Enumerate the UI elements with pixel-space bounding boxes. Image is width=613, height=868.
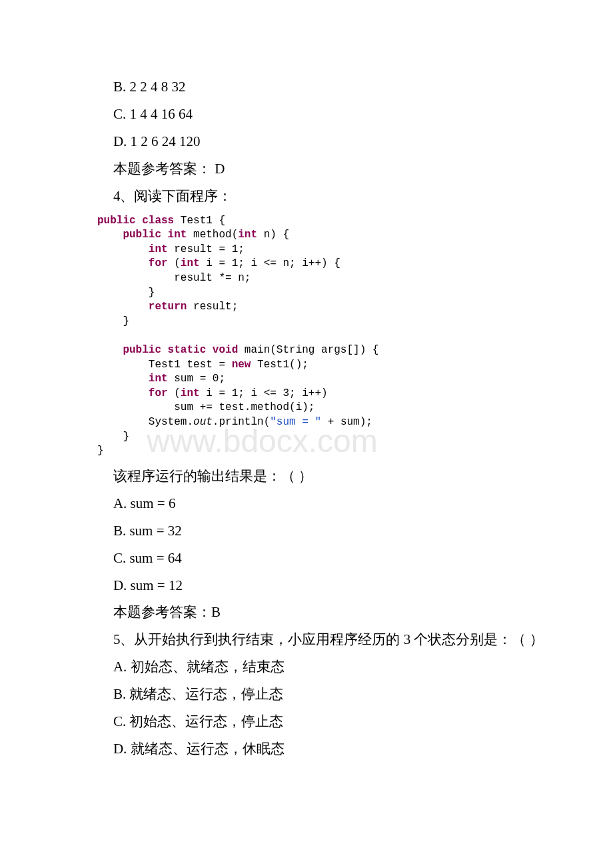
code-text: main(String args[]) {: [238, 344, 378, 356]
q4-option-b: B. sum = 32: [87, 517, 553, 545]
code-string: "sum = ": [270, 416, 321, 428]
q4-option-a: A. sum = 6: [87, 490, 553, 517]
code-text: (: [168, 257, 181, 269]
code-text: }: [97, 287, 155, 299]
code-text: System.: [97, 416, 193, 428]
q5-prompt: 5、从开始执行到执行结束，小应用程序经历的 3 个状态分别是：（ ）: [87, 626, 553, 653]
q3-option-c: C. 1 4 4 16 64: [87, 101, 553, 128]
code-keyword: int: [97, 373, 168, 385]
q3-answer: 本题参考答案： D: [87, 155, 553, 183]
code-text: i = 1; i <= n; i++) {: [200, 257, 340, 269]
q4-option-c: C. sum = 64: [87, 545, 553, 572]
code-keyword: return: [97, 301, 187, 313]
code-keyword: int: [181, 257, 200, 269]
q3-option-d: D. 1 2 6 24 120: [87, 128, 553, 155]
code-text: }: [97, 445, 104, 457]
code-text: n) {: [257, 229, 289, 241]
code-text: }: [97, 431, 129, 443]
code-text: sum = 0;: [168, 373, 225, 385]
document-page: B. 2 2 4 8 32 C. 1 4 4 16 64 D. 1 2 6 24…: [0, 0, 613, 803]
code-keyword: for: [97, 387, 168, 399]
code-text: method(: [187, 229, 238, 241]
code-static-ref: out: [193, 416, 213, 428]
code-keyword: int: [238, 229, 257, 241]
code-snippet: public class Test1 { public int method(i…: [97, 214, 553, 459]
code-keyword: public static void: [97, 344, 238, 356]
code-text: result;: [187, 301, 238, 313]
code-text: result *= n;: [97, 272, 251, 284]
q4-question: 该程序运行的输出结果是：（ ）: [87, 463, 553, 490]
code-text: Test1();: [251, 359, 308, 371]
q5-option-a: A. 初始态、就绪态，结束态: [87, 653, 553, 681]
q5-option-c: C. 初始态、运行态，停止态: [87, 708, 553, 735]
q4-answer: 本题参考答案：B: [87, 599, 553, 626]
q5-option-b: B. 就绪态、运行态，停止态: [87, 681, 553, 708]
code-text: (: [168, 387, 181, 399]
code-text: .println(: [213, 416, 270, 428]
code-text: i = 1; i <= 3; i++): [200, 387, 328, 399]
code-keyword: for: [97, 257, 168, 269]
code-keyword: int: [181, 387, 200, 399]
q3-option-b: B. 2 2 4 8 32: [87, 73, 553, 101]
code-text: }: [97, 315, 129, 327]
q5-option-d: D. 就绪态、运行态，休眠态: [87, 735, 553, 763]
code-text: sum += test.method(i);: [97, 401, 314, 413]
code-keyword: new: [232, 359, 251, 371]
code-text: Test1 test =: [97, 359, 232, 371]
q4-option-d: D. sum = 12: [87, 572, 553, 599]
code-keyword: public class: [97, 215, 174, 227]
code-text: result = 1;: [168, 243, 245, 255]
code-text: + sum);: [321, 416, 372, 428]
q4-prompt: 4、阅读下面程序：: [87, 183, 553, 210]
code-text: Test1 {: [174, 215, 225, 227]
code-keyword: public int: [97, 229, 187, 241]
code-keyword: int: [97, 243, 168, 255]
